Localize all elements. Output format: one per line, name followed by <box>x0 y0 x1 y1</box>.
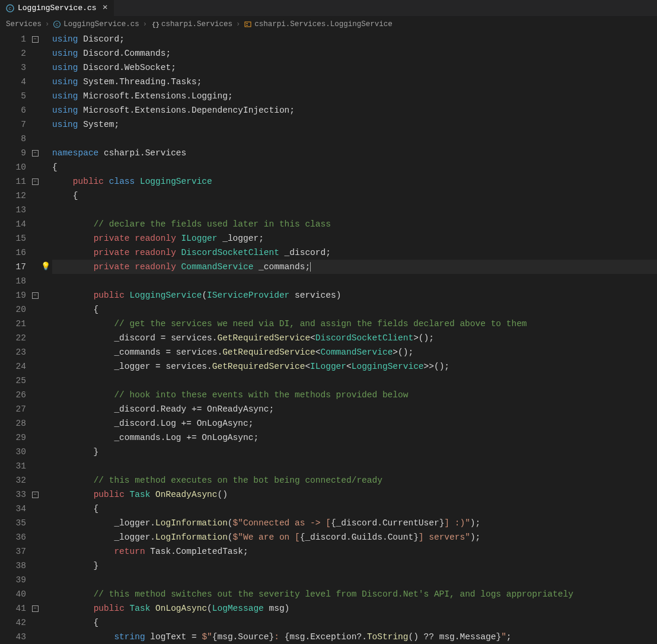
code-line[interactable]: return Task.CompletedTask; <box>52 544 657 559</box>
chevron-right-icon: › <box>143 20 147 28</box>
line-number: 6 <box>0 103 27 117</box>
lightbulb-icon[interactable]: 💡 <box>41 260 50 274</box>
code-line[interactable]: using Discord; <box>52 32 657 46</box>
code-line[interactable]: private readonly ILogger _logger; <box>52 231 657 246</box>
code-line[interactable]: { <box>52 616 657 630</box>
breadcrumb-item[interactable]: {} csharpi.Services <box>151 20 232 28</box>
fold-toggle-icon[interactable]: − <box>32 150 39 157</box>
code-line[interactable]: using Discord.Commands; <box>52 46 657 60</box>
code-line[interactable]: { <box>52 302 657 317</box>
close-icon[interactable]: × <box>103 3 108 13</box>
hint-cell <box>39 359 52 374</box>
class-icon <box>244 20 252 28</box>
fold-cell <box>31 60 39 75</box>
fold-cell <box>31 473 39 487</box>
breadcrumb-item[interactable]: csharpi.Services.LoggingService <box>244 20 393 28</box>
line-number: 42 <box>0 616 27 630</box>
code-line[interactable]: private readonly DiscordSocketClient _di… <box>52 246 657 260</box>
code-line[interactable] <box>52 132 657 146</box>
line-number: 12 <box>0 189 27 203</box>
code-line[interactable]: public Task OnReadyAsync() <box>52 487 657 502</box>
fold-cell: − <box>31 32 39 46</box>
hint-cell <box>39 103 52 117</box>
hint-cell <box>39 530 52 544</box>
line-number: 3 <box>0 60 27 75</box>
hint-cell <box>39 317 52 331</box>
code-line[interactable]: using Discord.WebSocket; <box>52 60 657 75</box>
code-line[interactable]: _logger.LogInformation($"Connected as ->… <box>52 516 657 530</box>
fold-cell <box>31 431 39 445</box>
code-line[interactable]: using Microsoft.Extensions.Logging; <box>52 89 657 103</box>
code-line[interactable]: { <box>52 502 657 516</box>
hint-cell <box>39 345 52 359</box>
hint-cell <box>39 331 52 345</box>
line-number: 17 <box>0 260 27 274</box>
line-number: 16 <box>0 246 27 260</box>
code-line[interactable]: { <box>52 189 657 203</box>
fold-cell <box>31 402 39 416</box>
code-line[interactable]: // declare the fields used later in this… <box>52 217 657 231</box>
hint-cell <box>39 374 52 388</box>
editor-area[interactable]: 1234567891011121314151617181920212223242… <box>0 32 657 644</box>
code-line[interactable]: using Microsoft.Extensions.DependencyInj… <box>52 103 657 117</box>
hint-cell <box>39 502 52 516</box>
code-line[interactable]: _commands.Log += OnLogAsync; <box>52 431 657 445</box>
svg-text:{}: {} <box>152 21 159 28</box>
code-line[interactable]: namespace csharpi.Services <box>52 146 657 160</box>
code-line[interactable]: // this method switches out the severity… <box>52 587 657 601</box>
code-line[interactable] <box>52 274 657 288</box>
fold-toggle-icon[interactable]: − <box>32 178 39 185</box>
line-number: 33 <box>0 487 27 502</box>
code-line[interactable]: // get the services we need via DI, and … <box>52 317 657 331</box>
fold-toggle-icon[interactable]: − <box>32 492 39 498</box>
folding-column: −−−−−− <box>31 32 39 644</box>
code-line[interactable]: private readonly CommandService _command… <box>52 260 657 274</box>
fold-cell: − <box>31 146 39 160</box>
line-number: 25 <box>0 374 27 388</box>
code-line[interactable] <box>52 573 657 587</box>
line-number: 24 <box>0 359 27 374</box>
line-number: 32 <box>0 473 27 487</box>
line-number: 9 <box>0 146 27 160</box>
code-content[interactable]: using Discord;using Discord.Commands;usi… <box>52 32 657 644</box>
code-line[interactable]: _commands = services.GetRequiredService<… <box>52 345 657 359</box>
code-line[interactable]: // hook into these events with the metho… <box>52 388 657 402</box>
breadcrumb-item[interactable]: C LoggingService.cs <box>53 20 139 28</box>
code-line[interactable] <box>52 374 657 388</box>
fold-toggle-icon[interactable]: − <box>32 292 39 299</box>
code-line[interactable]: public class LoggingService <box>52 174 657 189</box>
hint-cell <box>39 274 52 288</box>
line-number: 11 <box>0 174 27 189</box>
code-line[interactable]: public LoggingService(IServiceProvider s… <box>52 288 657 302</box>
code-line[interactable]: { <box>52 160 657 174</box>
svg-rect-5 <box>245 22 251 27</box>
code-line[interactable]: _discord = services.GetRequiredService<D… <box>52 331 657 345</box>
code-line[interactable]: _discord.Ready += OnReadyAsync; <box>52 402 657 416</box>
code-line[interactable]: using System.Threading.Tasks; <box>52 75 657 89</box>
line-number: 7 <box>0 117 27 132</box>
line-number: 30 <box>0 445 27 459</box>
code-line[interactable]: _discord.Log += OnLogAsync; <box>52 416 657 431</box>
code-line[interactable] <box>52 459 657 473</box>
code-line[interactable]: public Task OnLogAsync(LogMessage msg) <box>52 601 657 616</box>
code-line[interactable]: } <box>52 445 657 459</box>
file-tab[interactable]: C LoggingService.cs × <box>0 0 114 17</box>
hint-cell <box>39 231 52 246</box>
code-line[interactable]: string logText = $"{msg.Source}: {msg.Ex… <box>52 630 657 644</box>
code-line[interactable]: _logger.LogInformation($"We are on [{_di… <box>52 530 657 544</box>
fold-cell <box>31 246 39 260</box>
hint-cell <box>39 60 52 75</box>
code-line[interactable]: using System; <box>52 117 657 132</box>
fold-toggle-icon[interactable]: − <box>32 605 39 612</box>
fold-cell <box>31 388 39 402</box>
code-line[interactable]: } <box>52 559 657 573</box>
code-line[interactable]: // this method executes on the bot being… <box>52 473 657 487</box>
text-cursor <box>310 262 311 272</box>
line-number: 19 <box>0 288 27 302</box>
code-line[interactable] <box>52 203 657 217</box>
fold-toggle-icon[interactable]: − <box>32 36 39 43</box>
hint-cell <box>39 573 52 587</box>
code-line[interactable]: _logger = services.GetRequiredService<IL… <box>52 359 657 374</box>
breadcrumb-item[interactable]: Services <box>6 20 42 28</box>
fold-cell <box>31 46 39 60</box>
